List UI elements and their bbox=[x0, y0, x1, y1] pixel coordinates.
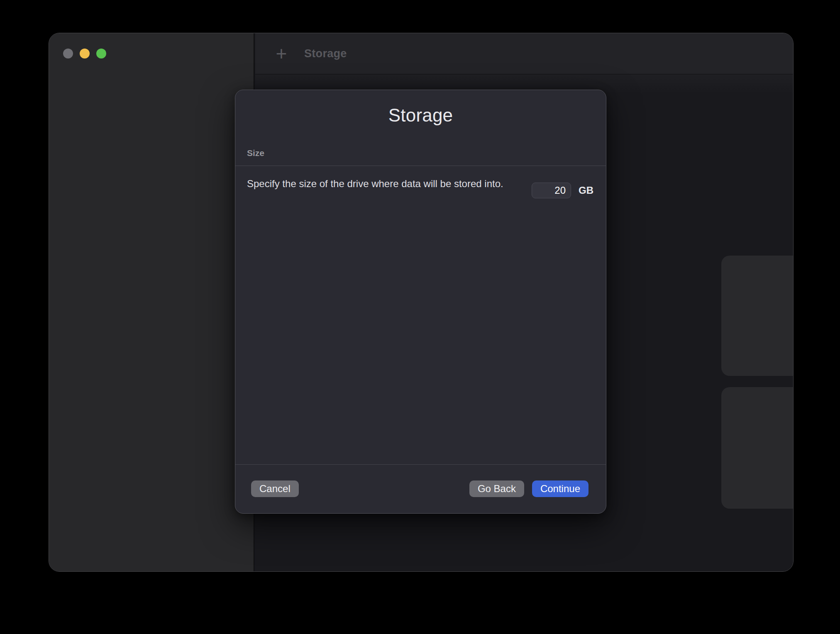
size-input[interactable] bbox=[532, 183, 571, 198]
unit-label: GB bbox=[579, 185, 593, 196]
storage-dialog: Storage Size Specify the size of the dri… bbox=[235, 90, 606, 514]
size-description: Specify the size of the drive where data… bbox=[247, 176, 504, 191]
app-window: + Storage Gallery t Storage Size Specify… bbox=[49, 33, 794, 572]
option-card-partial[interactable]: t bbox=[721, 387, 794, 509]
option-card-gallery[interactable]: Gallery bbox=[721, 256, 794, 376]
window-controls bbox=[63, 49, 106, 59]
footer-divider bbox=[235, 464, 606, 465]
toolbar: + Storage bbox=[255, 33, 793, 74]
continue-button[interactable]: Continue bbox=[532, 480, 588, 497]
window-title: Storage bbox=[304, 47, 347, 60]
size-section-label: Size bbox=[247, 148, 264, 158]
add-icon[interactable]: + bbox=[273, 44, 290, 63]
size-field-group: GB bbox=[532, 183, 593, 198]
cancel-button[interactable]: Cancel bbox=[251, 480, 299, 497]
zoom-window-button[interactable] bbox=[96, 49, 106, 59]
section-divider bbox=[235, 166, 606, 166]
go-back-button[interactable]: Go Back bbox=[469, 480, 524, 497]
dialog-title: Storage bbox=[235, 105, 606, 126]
close-window-button[interactable] bbox=[63, 49, 73, 59]
dialog-footer: Cancel Go Back Continue bbox=[251, 480, 588, 497]
sidebar bbox=[49, 33, 254, 571]
minimize-window-button[interactable] bbox=[80, 49, 90, 59]
